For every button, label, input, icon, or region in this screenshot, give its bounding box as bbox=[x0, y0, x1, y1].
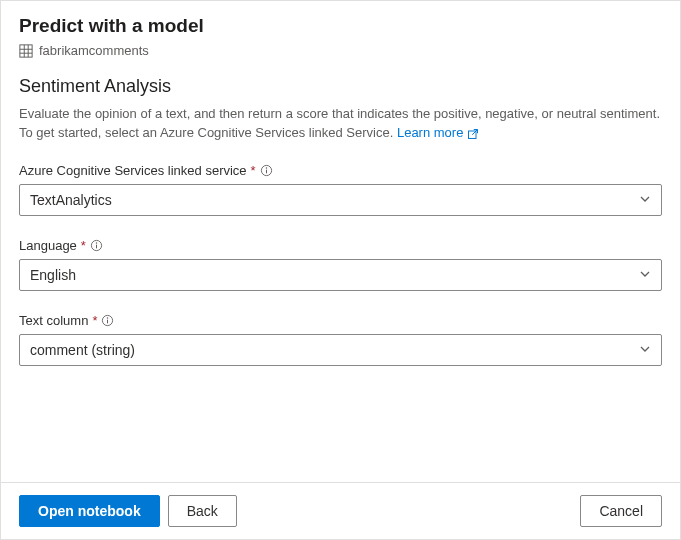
content-area: Predict with a model fabrikamcomments Se… bbox=[1, 1, 680, 482]
linked-service-label-text: Azure Cognitive Services linked service bbox=[19, 163, 247, 178]
learn-more-link[interactable]: Learn more bbox=[397, 124, 479, 143]
section-description: Evaluate the opinion of a text, and then… bbox=[19, 105, 662, 143]
table-icon bbox=[19, 44, 33, 58]
open-notebook-button[interactable]: Open notebook bbox=[19, 495, 160, 527]
chevron-down-icon bbox=[639, 342, 651, 358]
field-language: Language * English bbox=[19, 238, 662, 291]
learn-more-label: Learn more bbox=[397, 124, 463, 143]
svg-point-9 bbox=[265, 167, 266, 168]
svg-line-6 bbox=[473, 130, 478, 135]
footer-bar: Open notebook Back Cancel bbox=[1, 482, 680, 539]
linked-service-value: TextAnalytics bbox=[30, 192, 112, 208]
field-label-language: Language * bbox=[19, 238, 662, 253]
resource-name: fabrikamcomments bbox=[39, 43, 149, 58]
text-column-dropdown[interactable]: comment (string) bbox=[19, 334, 662, 366]
svg-point-15 bbox=[107, 317, 108, 318]
language-label-text: Language bbox=[19, 238, 77, 253]
cancel-button[interactable]: Cancel bbox=[580, 495, 662, 527]
text-column-label-text: Text column bbox=[19, 313, 88, 328]
svg-rect-0 bbox=[20, 44, 32, 56]
field-text-column: Text column * comment (string) bbox=[19, 313, 662, 366]
resource-row: fabrikamcomments bbox=[19, 43, 662, 58]
info-icon[interactable] bbox=[260, 164, 273, 177]
svg-point-12 bbox=[96, 242, 97, 243]
external-link-icon bbox=[467, 127, 479, 139]
info-icon[interactable] bbox=[90, 239, 103, 252]
page-title: Predict with a model bbox=[19, 15, 662, 37]
info-icon[interactable] bbox=[101, 314, 114, 327]
field-linked-service: Azure Cognitive Services linked service … bbox=[19, 163, 662, 216]
chevron-down-icon bbox=[639, 267, 651, 283]
text-column-value: comment (string) bbox=[30, 342, 135, 358]
section-title: Sentiment Analysis bbox=[19, 76, 662, 97]
chevron-down-icon bbox=[639, 192, 651, 208]
language-dropdown[interactable]: English bbox=[19, 259, 662, 291]
required-asterisk: * bbox=[251, 163, 256, 178]
back-button[interactable]: Back bbox=[168, 495, 237, 527]
description-text: Evaluate the opinion of a text, and then… bbox=[19, 106, 660, 140]
required-asterisk: * bbox=[92, 313, 97, 328]
field-label-linked-service: Azure Cognitive Services linked service … bbox=[19, 163, 662, 178]
required-asterisk: * bbox=[81, 238, 86, 253]
language-value: English bbox=[30, 267, 76, 283]
field-label-text-column: Text column * bbox=[19, 313, 662, 328]
linked-service-dropdown[interactable]: TextAnalytics bbox=[19, 184, 662, 216]
